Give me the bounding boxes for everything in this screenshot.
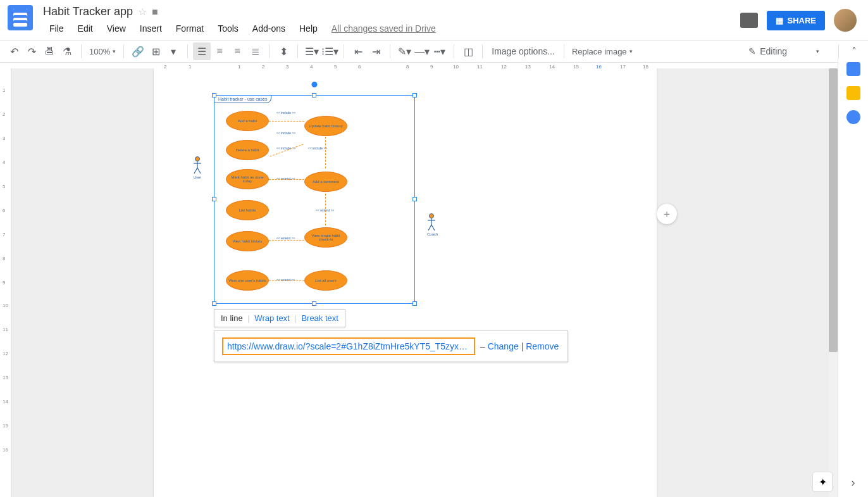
paint-format-button[interactable]: ⚗ <box>58 42 76 60</box>
align-right-button[interactable]: ≡ <box>228 42 246 60</box>
align-justify-button[interactable]: ≣ <box>246 42 264 60</box>
svg-point-5 <box>430 214 434 218</box>
uc-update-history: Update habit history <box>304 116 347 136</box>
svg-line-3 <box>194 168 197 173</box>
border-weight-button[interactable]: —▾ <box>413 42 431 60</box>
link-change[interactable]: Change <box>488 341 519 351</box>
replace-image-dropdown[interactable]: Replace image <box>567 47 638 56</box>
uc-list-habits: List habits <box>226 200 269 220</box>
document-title[interactable]: Habit Tracker app <box>43 5 133 18</box>
uc-add-comment: Add a comment <box>304 172 347 192</box>
calendar-addon-icon[interactable] <box>846 62 860 76</box>
share-icon: ▦ <box>776 16 783 25</box>
bulleted-list-button[interactable]: ⁝☰▾ <box>321 42 338 60</box>
svg-line-8 <box>428 225 431 230</box>
increase-indent-button[interactable]: ⇥ <box>367 42 385 60</box>
star-icon[interactable]: ☆ <box>138 6 147 18</box>
pencil-icon: ✎ <box>748 46 756 56</box>
layout-popup: In line | Wrap text | Break text <box>214 309 345 327</box>
align-center-button[interactable]: ≡ <box>211 42 228 60</box>
decrease-indent-button[interactable]: ⇤ <box>349 42 367 60</box>
menu-help[interactable]: Help <box>293 21 324 36</box>
add-comment-fab[interactable]: ＋ <box>657 204 677 224</box>
link-popup: https://www.draw.io/?scale=2#G1hZ8iZtmHr… <box>214 330 568 362</box>
align-left-button[interactable]: ☰ <box>193 42 211 60</box>
toolbar: ↶ ↷ 🖶 ⚗ 100% 🔗 ⊞ ▾ ☰ ≡ ≡ ≣ ⬍ ☰▾ ⁝☰▾ ⇤ ⇥ … <box>0 40 868 63</box>
insert-image-button[interactable]: ▾ <box>164 42 182 60</box>
border-color-button[interactable]: ✎▾ <box>395 42 413 60</box>
document-area: 1 2 3 4 5 6 7 8 9 10 11 12 13 14 15 16 H… <box>0 68 838 497</box>
move-folder-icon[interactable]: ■ <box>152 6 158 18</box>
print-button[interactable]: 🖶 <box>40 42 58 60</box>
diagram-title: Habit tracker - use cases <box>214 95 271 103</box>
app-header: Habit Tracker app ☆ ■ File Edit View Ins… <box>0 0 868 36</box>
uc-view-single: View single habit check-in <box>304 227 347 248</box>
vertical-ruler[interactable]: 1 2 3 4 5 6 7 8 9 10 11 12 13 14 15 16 <box>0 68 11 497</box>
comments-button[interactable] <box>740 13 758 28</box>
redo-button[interactable]: ↷ <box>23 42 40 60</box>
hide-menus-button[interactable]: ˄ <box>845 42 863 60</box>
layout-wrap[interactable]: Wrap text <box>254 313 289 323</box>
side-panel: › <box>838 58 868 497</box>
menu-edit[interactable]: Edit <box>71 21 99 36</box>
add-comment-button[interactable]: ⊞ <box>147 42 164 60</box>
diagram-image[interactable]: Habit tracker - use cases User Coach Add… <box>214 95 415 304</box>
document-page[interactable]: Habit tracker - use cases User Coach Add… <box>154 68 657 497</box>
scrollbar[interactable] <box>829 68 838 497</box>
menu-tools[interactable]: Tools <box>211 21 245 36</box>
image-options-button[interactable]: Image options... <box>485 46 561 56</box>
menu-bar: File Edit View Insert Format Tools Add-o… <box>43 21 740 36</box>
uc-list-users: List all users <box>304 270 347 291</box>
link-remove[interactable]: Remove <box>526 341 559 351</box>
scrollbar-thumb[interactable] <box>829 68 838 352</box>
share-button[interactable]: ▦ SHARE <box>767 11 825 30</box>
uc-delete-habit: Delete a habit <box>226 140 269 160</box>
line-spacing-button[interactable]: ⬍ <box>275 42 292 60</box>
menu-file[interactable]: File <box>43 21 70 36</box>
share-label: SHARE <box>787 16 816 25</box>
actor-user: User <box>193 156 202 179</box>
tasks-addon-icon[interactable] <box>846 110 860 124</box>
editing-label: Editing <box>760 46 787 56</box>
layout-inline[interactable]: In line <box>221 313 243 323</box>
uc-mark-done: Mark habit as done today <box>226 169 269 189</box>
rotate-handle[interactable] <box>312 82 318 87</box>
numbered-list-button[interactable]: ☰▾ <box>303 42 321 60</box>
explore-button[interactable]: ✦ <box>812 472 833 492</box>
user-avatar[interactable] <box>834 9 857 32</box>
svg-point-0 <box>195 157 200 161</box>
uc-add-habit: Add a habit <box>226 111 269 131</box>
menu-addons[interactable]: Add-ons <box>246 21 292 36</box>
link-url[interactable]: https://www.draw.io/?scale=2#G1hZ8iZtmHr… <box>222 337 475 355</box>
svg-line-4 <box>197 168 201 173</box>
crop-button[interactable]: ◫ <box>459 42 477 60</box>
menu-format[interactable]: Format <box>170 21 210 36</box>
undo-button[interactable]: ↶ <box>5 42 23 60</box>
actor-coach: Coach <box>427 213 436 236</box>
save-status[interactable]: All changes saved in Drive <box>325 21 442 36</box>
border-dash-button[interactable]: ┅▾ <box>431 42 449 60</box>
keep-addon-icon[interactable] <box>846 86 860 100</box>
editing-mode-dropdown[interactable]: ✎ Editing ▾ <box>736 46 832 56</box>
zoom-dropdown[interactable]: 100% <box>84 47 121 56</box>
layout-break[interactable]: Break text <box>301 313 338 323</box>
menu-insert[interactable]: Insert <box>133 21 168 36</box>
uc-view-history: View habit history <box>226 231 269 251</box>
insert-link-button[interactable]: 🔗 <box>129 42 147 60</box>
uc-view-one: View one user's habits <box>226 270 269 291</box>
hide-side-panel-button[interactable]: › <box>852 476 855 489</box>
menu-view[interactable]: View <box>101 21 132 36</box>
docs-app-icon[interactable] <box>8 5 33 30</box>
svg-line-9 <box>431 225 435 230</box>
